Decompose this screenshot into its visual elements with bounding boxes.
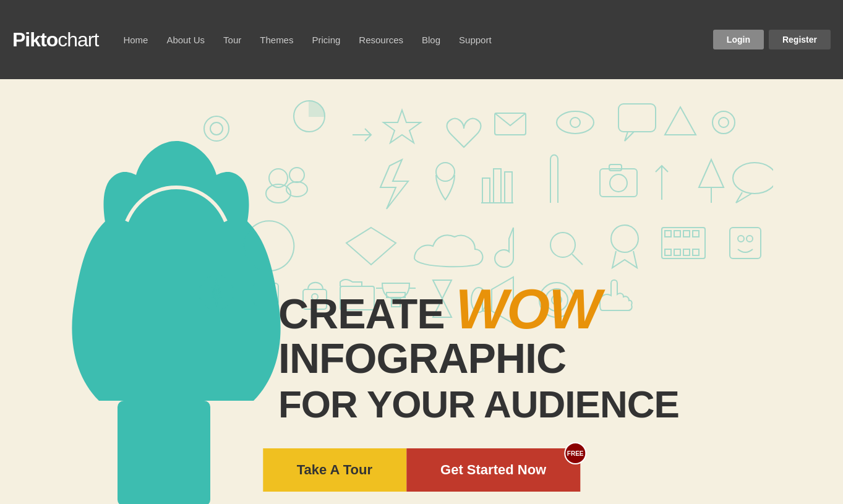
header-left: Piktochart Home About Us Tour Themes Pri… xyxy=(12,28,492,51)
cta-buttons: Take A Tour Get Started Now FREE xyxy=(263,448,580,492)
login-button[interactable]: Login xyxy=(713,30,764,49)
svg-rect-44 xyxy=(730,228,761,258)
svg-point-17 xyxy=(436,163,455,181)
main-nav: Home About Us Tour Themes Pricing Resour… xyxy=(123,35,491,45)
svg-rect-8 xyxy=(618,104,656,132)
free-badge: FREE xyxy=(564,442,586,464)
svg-rect-37 xyxy=(674,231,680,237)
get-started-label: Get Started Now xyxy=(440,462,546,477)
svg-rect-26 xyxy=(609,164,622,171)
svg-rect-40 xyxy=(665,249,671,255)
svg-rect-0 xyxy=(118,401,210,504)
svg-rect-20 xyxy=(505,172,512,203)
svg-marker-28 xyxy=(699,160,724,187)
svg-marker-16 xyxy=(380,160,408,209)
take-a-tour-button[interactable]: Take A Tour xyxy=(263,448,406,492)
svg-rect-19 xyxy=(494,169,501,203)
svg-marker-4 xyxy=(383,110,421,143)
svg-rect-38 xyxy=(683,231,690,237)
hero-create: CREATE xyxy=(278,290,455,337)
hero-section: CREATE WOW INFOGRAPHIC FOR YOUR AUDIENCE… xyxy=(0,79,843,504)
svg-point-7 xyxy=(570,117,580,127)
svg-point-46 xyxy=(747,236,753,242)
header-right: Login Register xyxy=(713,30,831,49)
logo-pikto: Pikto xyxy=(12,28,58,51)
svg-line-33 xyxy=(572,254,583,265)
nav-about[interactable]: About Us xyxy=(166,35,205,45)
svg-point-14 xyxy=(289,168,304,182)
nav-resources[interactable]: Resources xyxy=(359,35,403,45)
svg-point-32 xyxy=(550,233,575,257)
hero-text: CREATE WOW INFOGRAPHIC FOR YOUR AUDIENCE xyxy=(278,281,812,424)
hero-wow: WOW xyxy=(455,278,600,340)
nav-support[interactable]: Support xyxy=(459,35,492,45)
nav-tour[interactable]: Tour xyxy=(223,35,241,45)
register-button[interactable]: Register xyxy=(769,30,831,49)
nav-blog[interactable]: Blog xyxy=(422,35,440,45)
hero-line2: FOR YOUR AUDIENCE xyxy=(278,385,812,424)
svg-point-6 xyxy=(557,111,594,134)
svg-point-45 xyxy=(738,236,744,242)
get-started-button[interactable]: Get Started Now FREE xyxy=(406,448,580,492)
logo-chart: chart xyxy=(58,28,98,51)
svg-rect-42 xyxy=(683,249,690,255)
svg-point-10 xyxy=(712,111,735,134)
svg-rect-43 xyxy=(693,249,699,255)
hero-infographic: INFOGRAPHIC xyxy=(278,335,566,382)
svg-rect-39 xyxy=(693,231,699,237)
svg-rect-36 xyxy=(665,231,671,237)
nav-home[interactable]: Home xyxy=(123,35,148,45)
svg-marker-9 xyxy=(665,107,696,135)
svg-rect-41 xyxy=(674,249,680,255)
hero-line1: CREATE WOW INFOGRAPHIC xyxy=(278,281,812,379)
svg-point-1 xyxy=(204,116,229,141)
nav-themes[interactable]: Themes xyxy=(260,35,293,45)
svg-rect-50 xyxy=(254,283,278,305)
svg-point-34 xyxy=(611,225,638,252)
svg-point-2 xyxy=(210,122,223,135)
svg-marker-31 xyxy=(346,228,396,265)
header: Piktochart Home About Us Tour Themes Pri… xyxy=(0,0,843,79)
nav-pricing[interactable]: Pricing xyxy=(312,35,340,45)
svg-rect-18 xyxy=(482,178,490,203)
logo[interactable]: Piktochart xyxy=(12,28,98,51)
svg-rect-24 xyxy=(600,169,637,197)
svg-point-25 xyxy=(610,174,627,192)
svg-point-30 xyxy=(733,163,773,194)
svg-point-11 xyxy=(719,117,729,127)
